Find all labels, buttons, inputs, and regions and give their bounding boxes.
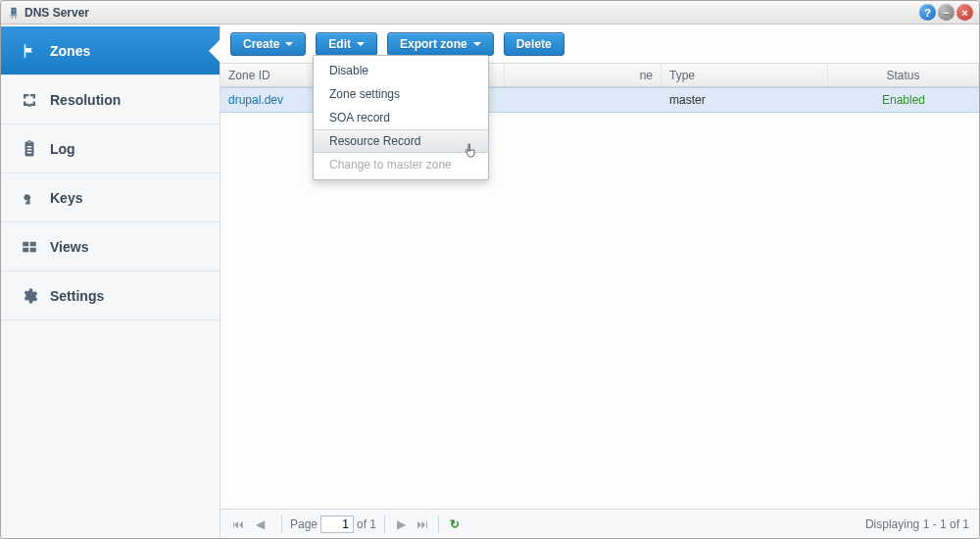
paging-display: Displaying 1 - 1 of 1 <box>865 517 969 531</box>
clipboard-icon <box>19 140 40 158</box>
button-label: Create <box>243 37 279 51</box>
sidebar-item-label: Settings <box>50 288 104 304</box>
sidebar-item-label: Log <box>50 141 75 157</box>
svg-rect-3 <box>28 104 31 106</box>
page-input[interactable] <box>320 515 354 533</box>
create-button[interactable]: Create <box>230 32 306 56</box>
edit-menu: Disable Zone settings SOA record Resourc… <box>313 55 489 180</box>
sidebar-item-resolution[interactable]: Resolution <box>1 75 220 124</box>
chevron-down-icon <box>473 42 481 46</box>
menu-item-disable[interactable]: Disable <box>314 59 488 82</box>
svg-point-1 <box>13 9 15 11</box>
separator <box>281 515 282 533</box>
cell-type: master <box>662 88 828 112</box>
page-last-icon[interactable]: ⏭ <box>415 517 430 531</box>
titlebar: DNS Server ? − × <box>1 1 979 24</box>
sidebar-item-label: Resolution <box>50 92 121 108</box>
page-label: Page <box>290 517 318 531</box>
resolution-icon <box>19 91 40 109</box>
button-label: Export zone <box>400 37 467 51</box>
cell-domain <box>505 88 662 112</box>
page-of: of 1 <box>357 517 376 531</box>
page-first-icon[interactable]: ⏮ <box>230 517 246 531</box>
app-title: DNS Server <box>24 6 89 20</box>
svg-rect-2 <box>11 14 18 16</box>
sidebar: Zones Resolution Log Keys <box>1 24 220 538</box>
chevron-down-icon <box>285 42 293 46</box>
paging-bar: ⏮ ◀ Page of 1 ▶ ⏭ ↻ Displaying 1 - 1 of … <box>220 509 979 538</box>
column-type[interactable]: Type <box>662 64 828 86</box>
zone-link[interactable]: drupal.dev <box>228 93 283 107</box>
edit-button[interactable]: Edit <box>316 32 377 56</box>
button-label: Edit <box>328 37 351 51</box>
chevron-down-icon <box>357 42 365 46</box>
cursor-pointer-icon <box>465 141 480 161</box>
flag-icon <box>19 42 40 60</box>
app-icon <box>7 6 21 20</box>
menu-item-resource-record[interactable]: Resource Record <box>314 129 488 153</box>
page-prev-icon[interactable]: ◀ <box>252 517 268 531</box>
gear-icon <box>19 287 40 305</box>
separator <box>438 515 439 533</box>
main-panel: Create Edit Export zone Delete Zone ID n… <box>220 24 979 538</box>
separator <box>384 515 385 533</box>
sidebar-item-label: Views <box>50 239 88 255</box>
menu-item-zone-settings[interactable]: Zone settings <box>314 82 488 106</box>
sidebar-item-label: Keys <box>50 190 82 206</box>
close-icon[interactable]: × <box>956 4 973 21</box>
key-icon <box>19 189 40 207</box>
delete-button[interactable]: Delete <box>504 32 564 56</box>
menu-item-soa-record[interactable]: SOA record <box>314 106 488 129</box>
views-icon <box>19 238 40 256</box>
export-zone-button[interactable]: Export zone <box>387 32 494 56</box>
cell-status: Enabled <box>828 88 979 112</box>
column-domain[interactable]: ne <box>505 64 662 86</box>
menu-item-change-master: Change to master zone <box>314 153 488 176</box>
sidebar-item-log[interactable]: Log <box>1 124 220 173</box>
application-window: DNS Server ? − × Zones Resolution <box>0 0 980 539</box>
button-label: Delete <box>516 37 552 51</box>
sidebar-item-views[interactable]: Views <box>1 222 220 271</box>
minimize-icon[interactable]: − <box>938 4 955 21</box>
sidebar-item-keys[interactable]: Keys <box>1 173 220 222</box>
sidebar-item-settings[interactable]: Settings <box>1 271 220 320</box>
refresh-icon[interactable]: ↻ <box>447 517 463 531</box>
sidebar-item-label: Zones <box>50 43 90 59</box>
column-status[interactable]: Status <box>828 64 979 86</box>
sidebar-item-zones[interactable]: Zones <box>1 26 220 75</box>
page-next-icon[interactable]: ▶ <box>393 517 409 531</box>
help-icon[interactable]: ? <box>919 4 936 21</box>
